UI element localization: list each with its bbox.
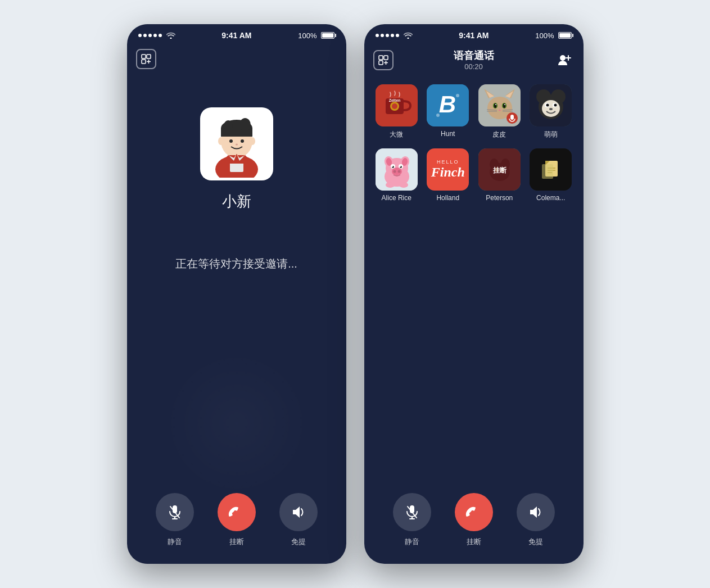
avatar-hunt: B [427, 84, 469, 126]
bg-ghost [164, 350, 310, 496]
signal-dot-2-2 [381, 34, 384, 37]
caller-name: 小新 [222, 192, 251, 211]
participant-alice[interactable]: Alice Rice [376, 148, 418, 202]
name-mengmeng: 萌萌 [544, 130, 558, 139]
speaker-control-2[interactable]: 免提 [517, 493, 555, 547]
speaker-control-1[interactable]: 免提 [279, 493, 318, 547]
finch-text: Finch [431, 165, 465, 180]
participant-dawei[interactable]: Zelten 大微 [376, 84, 418, 139]
mic-icon-2 [404, 504, 420, 520]
hangup-control-2[interactable]: 挂断 [455, 493, 493, 547]
mute-label-1: 静音 [168, 537, 182, 547]
nav-bar-2: 语音通话 00:20 [364, 44, 584, 75]
hunt-avatar-img: B [427, 84, 469, 126]
svg-rect-2 [142, 60, 146, 64]
mute-button-2[interactable] [393, 493, 431, 531]
speaker-label-1: 免提 [291, 537, 306, 547]
battery-icon-2 [558, 32, 572, 39]
signal-dot-2-4 [391, 34, 394, 37]
svg-point-82 [399, 182, 408, 188]
name-pipi: 皮皮 [492, 130, 506, 139]
status-right-1: 100% [298, 31, 334, 40]
mute-control-2[interactable]: 静音 [393, 493, 431, 547]
battery-fill-1 [322, 33, 333, 38]
caller-status: 正在等待对方接受邀请... [175, 256, 297, 272]
phone-screen-2: 9:41 AM 100% 语音通话 00:20 [364, 24, 584, 564]
nav-icon-btn-2[interactable] [373, 50, 394, 70]
svg-rect-1 [147, 55, 151, 58]
hangup-button-1[interactable] [218, 493, 256, 531]
bottom-controls-2: 静音 挂断 免提 [364, 482, 584, 553]
name-hunt: Hunt [441, 130, 455, 138]
name-dawei: 大微 [390, 130, 403, 139]
status-left-1 [138, 32, 175, 39]
mute-label-2: 静音 [405, 537, 419, 547]
pipi-avatar-img [478, 84, 521, 126]
svg-point-14 [218, 137, 224, 145]
signal-dot-4 [153, 34, 157, 37]
svg-point-63 [554, 104, 557, 107]
participant-peterson[interactable]: 挂断 Peterson [478, 148, 521, 202]
phone-screen-1: 9:41 AM 100% [127, 24, 346, 564]
wifi-icon [166, 32, 175, 39]
svg-text:挂断: 挂断 [492, 166, 507, 174]
status-left-2 [376, 32, 413, 39]
svg-point-76 [392, 166, 393, 167]
svg-point-12 [241, 139, 244, 143]
svg-text:Zelten: Zelten [388, 98, 400, 102]
hangup-label-1: 挂断 [229, 537, 244, 547]
hangup-button-2[interactable] [455, 493, 493, 531]
avatar-alice [376, 148, 418, 191]
status-time-1: 9:41 AM [221, 31, 251, 40]
name-peterson: Peterson [486, 194, 513, 202]
svg-point-30 [392, 103, 397, 109]
svg-point-80 [397, 170, 400, 173]
caller-avatar-svg [203, 110, 270, 178]
svg-point-46 [495, 104, 496, 105]
nav-icon-btn-1[interactable] [136, 49, 156, 69]
signal-dots [138, 34, 162, 37]
nav-bar-1 [127, 44, 346, 74]
avatar-colema [530, 148, 572, 191]
speaker-button-1[interactable] [279, 493, 318, 531]
signal-dot-2-5 [396, 34, 399, 37]
signal-dot-1 [138, 34, 142, 37]
svg-point-77 [400, 166, 401, 167]
speaker-icon-2 [528, 504, 544, 520]
peterson-avatar-img: 挂断 [478, 148, 521, 191]
status-bar-2: 9:41 AM 100% [364, 24, 584, 44]
svg-point-62 [546, 104, 549, 107]
participant-hunt[interactable]: B Hunt [427, 84, 469, 139]
avatar-holland: HELLO Finch [427, 148, 469, 191]
svg-point-35 [456, 94, 459, 97]
hangup-icon-2 [465, 503, 483, 521]
mic-icon-1 [167, 504, 183, 520]
caller-avatar [200, 107, 273, 180]
mute-button-1[interactable] [156, 493, 194, 531]
avatar-dawei: Zelten [376, 84, 418, 126]
screen1-content: 小新 正在等待对方接受邀请... [127, 74, 346, 295]
name-alice: Alice Rice [382, 194, 411, 202]
svg-point-34 [436, 114, 440, 117]
battery-fill-2 [559, 33, 571, 38]
svg-text:B: B [439, 91, 456, 117]
add-participant-button[interactable] [554, 50, 575, 70]
speaker-button-2[interactable] [517, 493, 555, 531]
signal-dot-3 [148, 34, 152, 37]
mute-control-1[interactable]: 静音 [156, 493, 194, 547]
mengmeng-avatar-img [530, 84, 572, 126]
hangup-control-1[interactable]: 挂断 [218, 493, 256, 547]
alice-avatar-img [376, 148, 418, 191]
hello-text: HELLO [437, 159, 459, 165]
signal-dot-5 [159, 34, 162, 37]
status-bar-1: 9:41 AM 100% [127, 24, 346, 44]
participant-colema[interactable]: Colema... [530, 148, 572, 202]
speaker-label-2: 免提 [528, 537, 543, 547]
battery-percent-1: 100% [298, 31, 316, 40]
signal-dot-2 [143, 34, 147, 37]
svg-point-15 [250, 137, 255, 145]
participant-holland[interactable]: HELLO Finch Holland [427, 148, 469, 202]
avatar-peterson: 挂断 [478, 148, 521, 191]
participant-mengmeng[interactable]: 萌萌 [530, 84, 572, 139]
participant-pipi[interactable]: 皮皮 [478, 84, 521, 139]
